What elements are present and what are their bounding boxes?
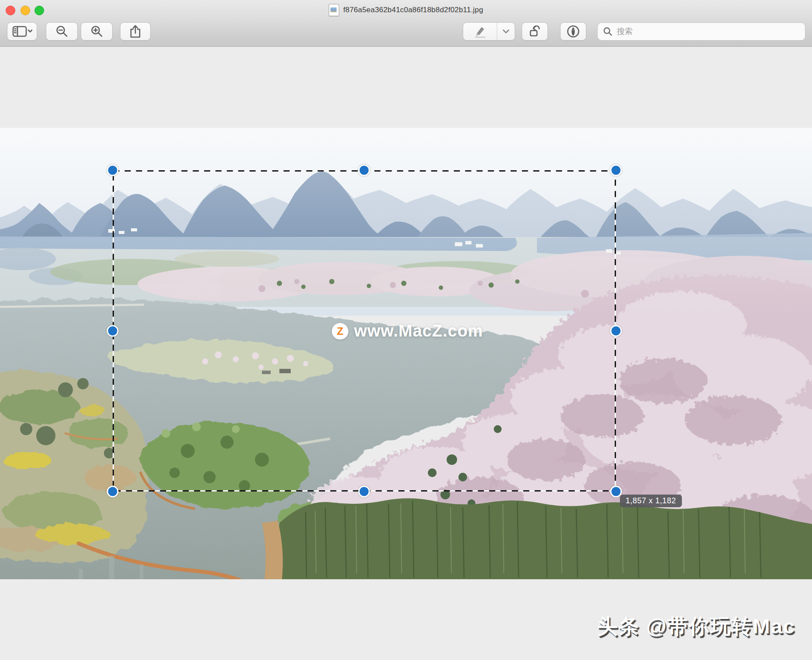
search-field	[597, 22, 805, 41]
highlight-options-button[interactable]	[497, 23, 515, 40]
zoom-out-button[interactable]	[46, 22, 78, 41]
search-input[interactable]	[616, 27, 800, 37]
zoom-out-icon	[55, 25, 69, 38]
marker-icon	[473, 24, 487, 38]
search-icon	[603, 27, 612, 36]
zoom-in-button[interactable]	[81, 22, 113, 41]
window-chrome: f876a5ea362b41c0a86f18b8d2f02b11.jpg	[0, 0, 812, 47]
markup-button[interactable]	[560, 22, 586, 41]
sidebar-button[interactable]	[7, 22, 37, 41]
markup-icon	[566, 24, 580, 38]
zoom-in-icon	[90, 25, 103, 38]
share-button[interactable]	[120, 22, 151, 41]
document-icon	[329, 4, 339, 16]
chevron-down-icon	[502, 29, 510, 34]
selection-handle-bottom-left[interactable]	[107, 486, 119, 498]
chevron-down-icon	[28, 30, 32, 32]
crop-selection[interactable]	[113, 170, 616, 492]
window-title: f876a5ea362b41c0a86f18b8d2f02b11.jpg	[343, 6, 483, 14]
selection-handle-bottom-middle[interactable]	[358, 486, 370, 498]
selection-handle-middle-right[interactable]	[610, 325, 622, 337]
titlebar: f876a5ea362b41c0a86f18b8d2f02b11.jpg	[0, 0, 812, 20]
footer-watermark: 头条 @带你玩转Mac	[597, 613, 795, 640]
selection-handle-top-middle[interactable]	[358, 165, 370, 176]
selection-handle-top-right[interactable]	[610, 165, 622, 176]
highlight-button[interactable]	[463, 23, 497, 40]
selection-dimension-badge: 1,857 x 1,182	[620, 495, 682, 507]
rotate-left-icon	[528, 24, 542, 38]
selection-handle-middle-left[interactable]	[107, 325, 119, 337]
preview-window: f876a5ea362b41c0a86f18b8d2f02b11.jpg	[0, 0, 812, 660]
highlight-split-button	[463, 22, 515, 41]
selection-handle-top-left[interactable]	[107, 165, 119, 176]
share-icon	[129, 24, 142, 38]
selection-marching-ants	[113, 170, 616, 492]
rotate-left-button[interactable]	[522, 22, 548, 41]
